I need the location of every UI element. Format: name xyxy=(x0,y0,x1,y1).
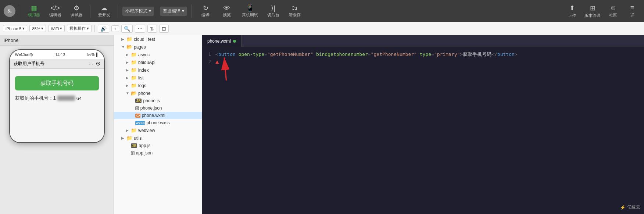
folder-icon: 📁 xyxy=(126,135,132,141)
tree-item-pages[interactable]: ▼ 📂 pages xyxy=(114,43,202,51)
sort-btn[interactable]: ⇅ xyxy=(147,25,157,33)
phone-frame: WeChat◎ 14:13 56% ▌ 获取用户手机号 ··· ⦿ xyxy=(0,46,114,214)
arrow-icon: ▶ xyxy=(126,68,129,72)
tree-item-phone-wxss[interactable]: wxss phone.wxss xyxy=(114,119,202,126)
code-line-1: 1 <button open-type="getPhoneNumber" bin… xyxy=(202,51,644,58)
real-device-btn[interactable]: 📱 真机调试 xyxy=(239,3,261,19)
arrow-icon: ▶ xyxy=(126,53,129,57)
compile-btn[interactable]: ↻ ↻ 编译 xyxy=(196,3,215,19)
folder-icon: 📁 xyxy=(131,75,137,81)
editor-content[interactable]: 1 <button open-type="getPhoneNumber" bin… xyxy=(202,47,644,214)
tree-item-webview[interactable]: ▶ 📁 webview xyxy=(114,126,202,134)
sort-icon: ⇅ xyxy=(150,26,154,32)
cut-back-btn[interactable]: ⟩| 切后台 xyxy=(264,3,282,19)
watermark: ⚡ 亿速云 xyxy=(620,204,640,210)
wifi-selector[interactable]: WiFi ▾ xyxy=(48,25,65,32)
tree-item-logs[interactable]: ▶ 📁 logs xyxy=(114,82,202,89)
search-icon: 🔍 xyxy=(124,26,130,32)
more-btn[interactable]: ≡ 详 xyxy=(624,3,640,19)
options-btn[interactable]: ⋯ xyxy=(135,25,145,33)
phone-nav-title: 获取用户手机号 xyxy=(14,61,44,67)
phone-nav-bar: 获取用户手机号 ··· ⦿ xyxy=(10,59,104,69)
sim-ops-selector[interactable]: 模拟操作 ▾ xyxy=(67,25,92,32)
tree-item-async[interactable]: ▶ 📁 async xyxy=(114,51,202,58)
chevron-down-icon-3: ▾ xyxy=(22,26,25,31)
cloud-icon: ☁ xyxy=(101,5,107,11)
main-area: iPhone WeChat◎ 14:13 56% ▌ 获取用户手机号 ··· xyxy=(0,35,644,214)
real-device-icon: 📱 xyxy=(246,5,254,11)
slow-cache-btn[interactable]: 🗂 清缓存 xyxy=(285,3,304,19)
js-icon: JS xyxy=(135,99,142,103)
chevron-down-icon-6: ▾ xyxy=(87,26,89,31)
wxml-icon: <> xyxy=(135,114,140,118)
file-tree: ▶ 📁 cloud | test ▼ 📂 pages ▶ 📁 async ▶ 📁… xyxy=(114,35,202,214)
editor-btn[interactable]: </> 编辑器 xyxy=(46,3,64,19)
options-icon: ⋯ xyxy=(137,26,143,32)
tree-item-phone-json[interactable]: {} phone.json xyxy=(114,104,202,112)
folder-icon: 📂 xyxy=(131,90,137,96)
simulator-btn[interactable]: ▦ 模拟器 xyxy=(25,3,43,19)
phone-record-btn[interactable]: ⦿ xyxy=(96,61,100,67)
phone-menu-dots[interactable]: ··· xyxy=(89,61,93,67)
arrow-icon: ▶ xyxy=(121,37,125,41)
chevron-down-icon-2: ▾ xyxy=(182,8,184,14)
iphone-selector[interactable]: iPhone 5 ▾ xyxy=(3,25,27,32)
folder-icon: 📁 xyxy=(131,60,137,65)
add-btn[interactable]: + xyxy=(111,25,119,32)
result-prefix: 获取到的手机号：1 xyxy=(15,95,56,101)
folder-icon: 📁 xyxy=(131,128,137,133)
slow-cache-icon: 🗂 xyxy=(291,5,298,11)
toolbar-sep-3 xyxy=(118,4,118,18)
tree-item-app-json[interactable]: {} app.json xyxy=(114,149,202,157)
tree-item-app-js[interactable]: JS app.js xyxy=(114,142,202,149)
volume-btn[interactable]: 🔊 xyxy=(98,25,109,33)
miniapp-mode-dropdown[interactable]: 小程序模式 ▾ xyxy=(122,7,154,16)
preview-icon: 👁 xyxy=(223,5,230,11)
simulator-panel: iPhone WeChat◎ 14:13 56% ▌ 获取用户手机号 ··· xyxy=(0,35,114,214)
phone-time: 14:13 xyxy=(55,53,65,57)
chevron-down-icon-5: ▾ xyxy=(60,26,62,31)
chevron-down-icon-4: ▾ xyxy=(41,26,43,31)
js-icon-2: JS xyxy=(131,143,137,148)
tree-item-phone-wxml[interactable]: <> phone.wxml xyxy=(114,112,202,119)
cursor-arrow: ▲ xyxy=(215,58,219,65)
tree-item-utils[interactable]: ▶ 📁 utils xyxy=(114,134,202,142)
search-btn[interactable]: 🔍 xyxy=(121,25,133,33)
more-icon: ≡ xyxy=(630,4,634,12)
cloud-btn[interactable]: ☁ 云开发 xyxy=(95,3,113,19)
annotation-arrow xyxy=(202,47,644,214)
arrow-icon: ▶ xyxy=(126,76,129,80)
upload-btn[interactable]: ⬆ 上传 xyxy=(564,3,580,20)
chevron-down-icon: ▾ xyxy=(149,8,151,14)
phone-status-bar: WeChat◎ 14:13 56% ▌ xyxy=(10,50,104,59)
tree-item-index[interactable]: ▶ 📁 index xyxy=(114,66,202,74)
collapse-btn[interactable]: ⊟ xyxy=(159,25,169,33)
tree-item-cloud-test[interactable]: ▶ 📁 cloud | test xyxy=(114,35,202,43)
line-code-1: <button open-type="getPhoneNumber" bindg… xyxy=(215,51,518,58)
editor-tab-bar: phone.wxml xyxy=(202,35,644,47)
phone-signal: WeChat◎ xyxy=(15,52,33,57)
tree-item-phone-js[interactable]: JS phone.js xyxy=(114,97,202,104)
tree-item-phone[interactable]: ▼ 📂 phone xyxy=(114,89,202,97)
tree-item-baiduapi[interactable]: ▶ 📁 baiduApi xyxy=(114,58,202,66)
phone-status-right: 56% ▌ xyxy=(87,53,99,57)
line-num-2: 2 xyxy=(202,58,215,66)
folder-icon: 📁 xyxy=(131,67,137,73)
debugger-btn[interactable]: ⚙ 调试器 xyxy=(67,3,86,19)
modified-dot xyxy=(233,40,236,43)
compile-mode-dropdown[interactable]: 普通编译 ▾ xyxy=(160,7,187,16)
version-btn[interactable]: ⊞ 版本管理 xyxy=(583,3,602,20)
code-editor: phone.wxml 1 <button open-type="getPhone… xyxy=(202,35,644,214)
get-phone-btn[interactable]: 获取手机号码 xyxy=(15,76,99,90)
volume-icon: 🔊 xyxy=(100,26,107,32)
tree-item-list[interactable]: ▶ 📁 list xyxy=(114,74,202,82)
preview-btn[interactable]: 👁 预览 xyxy=(218,3,236,19)
toolbar: 头 ▦ 模拟器 </> 编辑器 ⚙ 调试器 ☁ 云开发 小程序模式 ▾ 普通编译… xyxy=(0,0,644,22)
phone-result: 获取到的手机号：1 xxxxxxxx 64 xyxy=(15,95,99,101)
community-btn[interactable]: ☺ 社区 xyxy=(605,3,621,19)
zoom-selector[interactable]: 85% ▾ xyxy=(29,25,46,32)
compile-label: 编译 xyxy=(201,12,210,18)
sec-sep-1 xyxy=(94,25,95,32)
phone-content: 获取手机号码 获取到的手机号：1 xxxxxxxx 64 xyxy=(10,69,104,142)
editor-tab-phone-wxml[interactable]: phone.wxml xyxy=(202,35,242,47)
